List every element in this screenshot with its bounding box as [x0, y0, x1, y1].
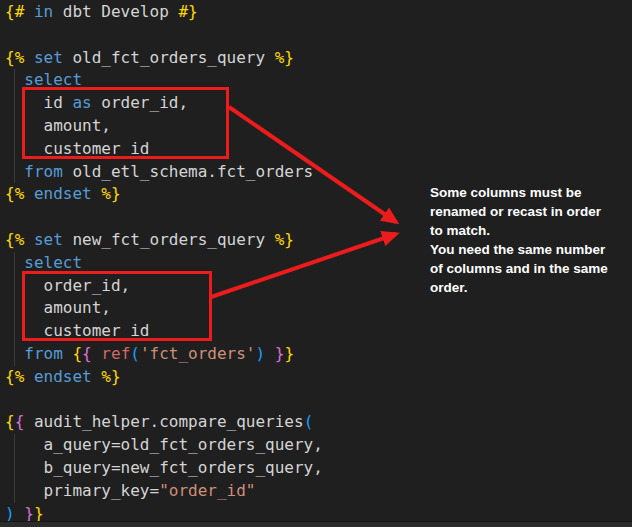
code-token: in — [34, 2, 53, 21]
code-token: old_fct_orders_query — [63, 48, 275, 67]
code-line: a_query=old_fct_orders_query, — [5, 434, 323, 457]
editor-screenshot: {# in dbt Develop #} {% set old_fct_orde… — [0, 0, 632, 527]
code-token — [24, 2, 34, 21]
code-line — [5, 389, 323, 412]
code-line: {# in dbt Develop #} — [5, 1, 323, 24]
code-editor[interactable]: {# in dbt Develop #} {% set old_fct_orde… — [5, 1, 323, 525]
code-line: from {{ ref('fct_orders') }} — [5, 343, 323, 366]
code-token: {% — [5, 184, 24, 203]
annotation-box-new-columns — [22, 271, 212, 341]
annotation-note-line: You need the same number — [430, 240, 628, 259]
code-line: {{ audit_helper.compare_queries( — [5, 411, 323, 434]
code-token — [24, 230, 34, 249]
code-token: %} — [275, 48, 294, 67]
code-token: from — [24, 344, 63, 363]
code-token: endset — [34, 184, 92, 203]
code-token: set — [34, 230, 63, 249]
code-token: select — [24, 253, 82, 272]
code-token — [265, 344, 275, 363]
code-token: primary_key= — [5, 481, 159, 500]
annotation-note-line: renamed or recast in order — [430, 202, 628, 221]
code-token: ref — [101, 344, 130, 363]
code-token: {% — [5, 48, 24, 67]
code-token: } — [24, 504, 34, 523]
code-token — [24, 184, 34, 203]
annotation-note-line: of columns and in the same — [430, 259, 628, 278]
code-token — [15, 504, 25, 523]
code-token: { — [15, 412, 25, 431]
code-line: {% set old_fct_orders_query %} — [5, 47, 323, 70]
code-token — [5, 162, 24, 181]
code-line: from old_etl_schema.fct_orders — [5, 161, 323, 184]
code-token: new_fct_orders_query — [63, 230, 275, 249]
code-line: primary_key="order_id" — [5, 480, 323, 503]
annotation-box-old-columns — [22, 87, 229, 159]
code-token: set — [34, 48, 63, 67]
code-token: ( — [304, 412, 314, 431]
code-token — [5, 344, 24, 363]
code-token: {% — [5, 230, 24, 249]
code-line — [5, 206, 323, 229]
horizontal-scrollbar-track[interactable] — [0, 521, 632, 527]
code-token: from — [24, 162, 63, 181]
code-line: {% set new_fct_orders_query %} — [5, 229, 323, 252]
code-token: { — [72, 344, 82, 363]
code-token: ( — [130, 344, 140, 363]
code-token — [92, 184, 102, 203]
code-token: #} — [178, 2, 197, 21]
code-token: 'fct_orders' — [140, 344, 256, 363]
code-token: endset — [34, 367, 92, 386]
code-token: { — [82, 344, 92, 363]
code-token — [24, 48, 34, 67]
code-line: b_query=new_fct_orders_query, — [5, 457, 323, 480]
code-line — [5, 24, 323, 47]
code-token: {# — [5, 2, 24, 21]
code-token: } — [275, 344, 285, 363]
code-token: } — [34, 504, 44, 523]
code-token: b_query=new_fct_orders_query, — [5, 458, 323, 477]
annotation-note: Some columns must berenamed or recast in… — [430, 183, 628, 297]
code-token — [92, 344, 102, 363]
code-token: %} — [101, 367, 120, 386]
code-token: dbt Develop — [53, 2, 178, 21]
code-token: ) — [256, 344, 266, 363]
code-token — [24, 367, 34, 386]
code-line: {% endset %} — [5, 366, 323, 389]
code-token: a_query=old_fct_orders_query, — [5, 435, 323, 454]
code-token — [92, 367, 102, 386]
code-token: "order_id" — [159, 481, 255, 500]
code-token — [5, 253, 24, 272]
code-token: ) — [5, 504, 15, 523]
code-token: } — [284, 344, 294, 363]
annotation-note-line: order. — [430, 278, 628, 297]
code-token: old_etl_schema.fct_orders — [63, 162, 313, 181]
code-token: %} — [275, 230, 294, 249]
code-token: %} — [101, 184, 120, 203]
annotation-note-line: to match. — [430, 221, 628, 240]
code-token: { — [5, 412, 15, 431]
annotation-note-line: Some columns must be — [430, 183, 628, 202]
code-token: {% — [5, 367, 24, 386]
code-token — [63, 344, 73, 363]
code-token: audit_helper.compare_queries — [24, 412, 303, 431]
code-line: {% endset %} — [5, 183, 323, 206]
